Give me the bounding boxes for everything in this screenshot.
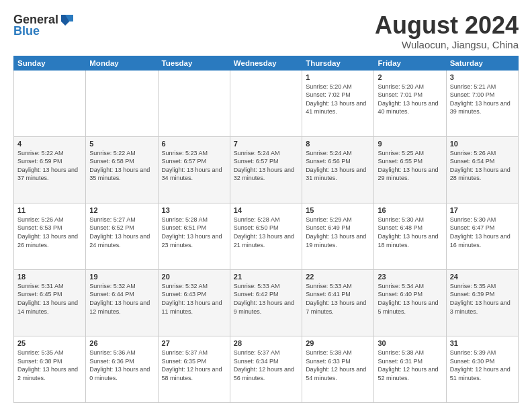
month-title: August 2024 [375,12,519,39]
day-cell: 3Sunrise: 5:21 AM Sunset: 7:00 PM Daylig… [446,70,518,136]
header-monday: Monday [86,56,158,70]
day-info: Sunrise: 5:32 AM Sunset: 6:43 PM Dayligh… [162,282,226,316]
day-info: Sunrise: 5:38 AM Sunset: 6:31 PM Dayligh… [378,349,442,382]
day-info: Sunrise: 5:27 AM Sunset: 6:52 PM Dayligh… [89,216,154,249]
day-info: Sunrise: 5:28 AM Sunset: 6:50 PM Dayligh… [234,216,298,249]
day-info: Sunrise: 5:20 AM Sunset: 7:02 PM Dayligh… [306,83,370,116]
day-number: 4 [17,140,82,148]
day-number: 2 [378,73,442,81]
day-number: 29 [306,339,370,347]
day-info: Sunrise: 5:34 AM Sunset: 6:40 PM Dayligh… [378,282,442,316]
logo-icon [60,12,75,27]
day-cell: 30Sunrise: 5:38 AM Sunset: 6:31 PM Dayli… [374,336,446,402]
day-info: Sunrise: 5:28 AM Sunset: 6:51 PM Dayligh… [162,216,226,249]
day-number: 23 [378,273,442,281]
day-info: Sunrise: 5:33 AM Sunset: 6:42 PM Dayligh… [234,282,298,316]
day-cell: 18Sunrise: 5:31 AM Sunset: 6:45 PM Dayli… [14,269,86,336]
day-info: Sunrise: 5:35 AM Sunset: 6:38 PM Dayligh… [17,349,82,382]
day-info: Sunrise: 5:29 AM Sunset: 6:49 PM Dayligh… [306,216,370,249]
header-tuesday: Tuesday [158,56,230,70]
day-cell: 1Sunrise: 5:20 AM Sunset: 7:02 PM Daylig… [302,70,374,136]
day-info: Sunrise: 5:20 AM Sunset: 7:01 PM Dayligh… [378,83,442,116]
header-sunday: Sunday [14,56,86,70]
page: General Blue August 2024 Wulaocun, Jiang… [0,0,532,411]
day-number: 25 [17,339,82,347]
day-number: 26 [89,339,154,347]
day-cell: 11Sunrise: 5:26 AM Sunset: 6:53 PM Dayli… [14,203,86,269]
day-info: Sunrise: 5:26 AM Sunset: 6:54 PM Dayligh… [450,149,515,183]
day-cell: 25Sunrise: 5:35 AM Sunset: 6:38 PM Dayli… [14,336,86,402]
day-number: 12 [89,206,154,214]
day-number: 11 [17,206,82,214]
day-number: 30 [378,339,442,347]
day-cell: 31Sunrise: 5:39 AM Sunset: 6:30 PM Dayli… [446,336,518,402]
day-cell: 22Sunrise: 5:33 AM Sunset: 6:41 PM Dayli… [302,269,374,336]
day-info: Sunrise: 5:30 AM Sunset: 6:48 PM Dayligh… [378,216,442,249]
day-cell: 10Sunrise: 5:26 AM Sunset: 6:54 PM Dayli… [446,136,518,203]
day-cell: 29Sunrise: 5:38 AM Sunset: 6:33 PM Dayli… [302,336,374,402]
day-cell: 23Sunrise: 5:34 AM Sunset: 6:40 PM Dayli… [374,269,446,336]
day-cell: 19Sunrise: 5:32 AM Sunset: 6:44 PM Dayli… [86,269,158,336]
day-cell: 7Sunrise: 5:24 AM Sunset: 6:57 PM Daylig… [230,136,302,203]
day-number: 3 [450,73,515,81]
day-info: Sunrise: 5:23 AM Sunset: 6:57 PM Dayligh… [162,149,226,183]
week-row-3: 18Sunrise: 5:31 AM Sunset: 6:45 PM Dayli… [14,269,519,336]
day-cell: 27Sunrise: 5:37 AM Sunset: 6:35 PM Dayli… [158,336,230,402]
day-number: 9 [378,140,442,148]
week-row-0: 1Sunrise: 5:20 AM Sunset: 7:02 PM Daylig… [14,70,519,136]
day-number: 7 [234,140,298,148]
day-number: 8 [306,140,370,148]
day-info: Sunrise: 5:24 AM Sunset: 6:57 PM Dayligh… [234,149,298,183]
day-info: Sunrise: 5:37 AM Sunset: 6:35 PM Dayligh… [162,349,226,382]
day-info: Sunrise: 5:26 AM Sunset: 6:53 PM Dayligh… [17,216,82,249]
day-number: 27 [162,339,226,347]
day-cell: 28Sunrise: 5:37 AM Sunset: 6:34 PM Dayli… [230,336,302,402]
day-cell: 5Sunrise: 5:22 AM Sunset: 6:58 PM Daylig… [86,136,158,203]
header: General Blue August 2024 Wulaocun, Jiang… [13,12,519,50]
week-row-4: 25Sunrise: 5:35 AM Sunset: 6:38 PM Dayli… [14,336,519,402]
calendar-table: Sunday Monday Tuesday Wednesday Thursday… [13,56,519,403]
logo: General Blue [13,12,75,38]
day-info: Sunrise: 5:30 AM Sunset: 6:47 PM Dayligh… [450,216,515,249]
day-info: Sunrise: 5:21 AM Sunset: 7:00 PM Dayligh… [450,83,515,116]
day-number: 1 [306,73,370,81]
day-number: 6 [162,140,226,148]
title-block: August 2024 Wulaocun, Jiangsu, China [375,12,519,50]
header-wednesday: Wednesday [230,56,302,70]
day-number: 24 [450,273,515,281]
day-number: 17 [450,206,515,214]
day-info: Sunrise: 5:39 AM Sunset: 6:30 PM Dayligh… [450,349,515,382]
header-friday: Friday [374,56,446,70]
day-cell [14,70,86,136]
day-number: 21 [234,273,298,281]
day-number: 10 [450,140,515,148]
day-number: 16 [378,206,442,214]
logo-blue: Blue [13,24,40,38]
day-number: 18 [17,273,82,281]
header-row: Sunday Monday Tuesday Wednesday Thursday… [14,56,519,70]
day-cell: 14Sunrise: 5:28 AM Sunset: 6:50 PM Dayli… [230,203,302,269]
day-number: 5 [89,140,154,148]
day-info: Sunrise: 5:24 AM Sunset: 6:56 PM Dayligh… [306,149,370,183]
day-cell [230,70,302,136]
day-cell: 26Sunrise: 5:36 AM Sunset: 6:36 PM Dayli… [86,336,158,402]
day-cell: 16Sunrise: 5:30 AM Sunset: 6:48 PM Dayli… [374,203,446,269]
day-cell: 12Sunrise: 5:27 AM Sunset: 6:52 PM Dayli… [86,203,158,269]
day-info: Sunrise: 5:38 AM Sunset: 6:33 PM Dayligh… [306,349,370,382]
day-cell: 20Sunrise: 5:32 AM Sunset: 6:43 PM Dayli… [158,269,230,336]
day-info: Sunrise: 5:32 AM Sunset: 6:44 PM Dayligh… [89,282,154,316]
day-cell: 9Sunrise: 5:25 AM Sunset: 6:55 PM Daylig… [374,136,446,203]
day-cell: 6Sunrise: 5:23 AM Sunset: 6:57 PM Daylig… [158,136,230,203]
day-cell: 2Sunrise: 5:20 AM Sunset: 7:01 PM Daylig… [374,70,446,136]
day-number: 15 [306,206,370,214]
day-cell: 21Sunrise: 5:33 AM Sunset: 6:42 PM Dayli… [230,269,302,336]
day-number: 20 [162,273,226,281]
week-row-2: 11Sunrise: 5:26 AM Sunset: 6:53 PM Dayli… [14,203,519,269]
week-row-1: 4Sunrise: 5:22 AM Sunset: 6:59 PM Daylig… [14,136,519,203]
day-cell: 24Sunrise: 5:35 AM Sunset: 6:39 PM Dayli… [446,269,518,336]
day-number: 14 [234,206,298,214]
day-cell: 17Sunrise: 5:30 AM Sunset: 6:47 PM Dayli… [446,203,518,269]
day-number: 22 [306,273,370,281]
day-number: 31 [450,339,515,347]
header-thursday: Thursday [302,56,374,70]
